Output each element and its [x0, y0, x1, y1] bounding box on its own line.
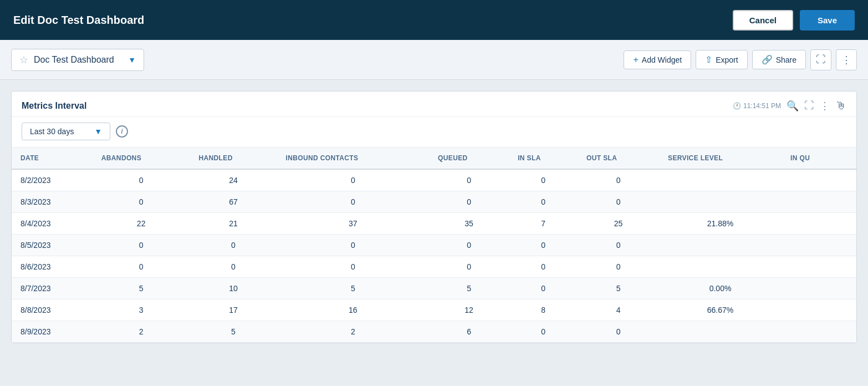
table-cell	[782, 213, 856, 235]
table-cell: 6	[429, 321, 509, 343]
widget-timestamp: 🕐 11:14:51 PM	[733, 102, 781, 110]
table-cell	[659, 256, 782, 278]
table-cell: 0	[429, 235, 509, 256]
col-header-inbound-contacts: INBOUND CONTACTS	[277, 148, 430, 169]
table-cell: 0	[277, 169, 430, 191]
save-button[interactable]: Save	[800, 10, 855, 31]
table-cell: 0	[509, 256, 578, 278]
export-button[interactable]: ⇧ Export	[696, 50, 747, 69]
expand-icon[interactable]: ⛶	[804, 100, 814, 111]
table-cell: 0	[93, 191, 190, 213]
interval-row: Last 30 days ▼ i	[12, 117, 856, 148]
table-cell: 5	[429, 278, 509, 299]
widget-header: Metrics Interval 🕐 11:14:51 PM 🔍 ⛶ ⋮ 🖰	[12, 92, 856, 117]
table-cell: 0	[578, 191, 659, 213]
table-row: 8/3/20230670000	[12, 191, 856, 213]
col-header-abandons: ABANDONS	[93, 148, 190, 169]
table-row: 8/5/2023000000	[12, 235, 856, 256]
top-header: Edit Doc Test Dashboard Cancel Save	[0, 0, 868, 40]
table-cell	[782, 256, 856, 278]
table-cell: 66.67%	[659, 299, 782, 321]
table-cell: 8	[509, 299, 578, 321]
table-cell: 0	[93, 256, 190, 278]
clock-icon: 🕐	[733, 102, 741, 110]
table-cell	[659, 191, 782, 213]
table-cell: 8/9/2023	[12, 321, 93, 343]
table-cell: 67	[190, 191, 277, 213]
page-title: Edit Doc Test Dashboard	[13, 14, 144, 27]
more-options-button[interactable]: ⋮	[836, 49, 857, 70]
table-cell: 0	[429, 256, 509, 278]
table-row: 8/4/20232221373572521.88%	[12, 213, 856, 235]
table-row: 8/8/202331716128466.67%	[12, 299, 856, 321]
table-cell	[782, 235, 856, 256]
widget-card: Metrics Interval 🕐 11:14:51 PM 🔍 ⛶ ⋮ 🖰 L…	[11, 91, 857, 343]
export-icon: ⇧	[705, 54, 712, 65]
dashboard-name-label: Doc Test Dashboard	[34, 55, 122, 65]
table-cell: 0	[578, 321, 659, 343]
table-cell	[782, 169, 856, 191]
table-cell: 5	[190, 321, 277, 343]
table-cell: 8/4/2023	[12, 213, 93, 235]
share-button[interactable]: 🔗 Share	[752, 50, 806, 69]
table-cell	[782, 299, 856, 321]
table-cell: 0	[578, 235, 659, 256]
header-actions: Cancel Save	[733, 10, 855, 31]
interval-dropdown[interactable]: Last 30 days ▼	[22, 123, 110, 140]
table-row: 8/9/2023252600	[12, 321, 856, 343]
table-cell	[782, 278, 856, 299]
table-cell: 5	[578, 278, 659, 299]
table-cell: 0	[93, 169, 190, 191]
table-header: DATE ABANDONS HANDLED INBOUND CONTACTS Q…	[12, 148, 856, 169]
col-header-queued: QUEUED	[429, 148, 509, 169]
col-header-out-sla: OUT SLA	[578, 148, 659, 169]
dashboard-selector[interactable]: ☆ Doc Test Dashboard ▼	[11, 49, 144, 71]
table-cell: 0	[277, 256, 430, 278]
table-cell: 37	[277, 213, 430, 235]
widget-more-options-icon[interactable]: ⋮	[820, 100, 830, 112]
table-row: 8/6/2023000000	[12, 256, 856, 278]
table-cell: 12	[429, 299, 509, 321]
table-row: 8/7/202351055050.00%	[12, 278, 856, 299]
star-icon: ☆	[19, 54, 28, 66]
table-cell: 8/2/2023	[12, 169, 93, 191]
search-icon[interactable]: 🔍	[787, 100, 799, 112]
info-icon[interactable]: i	[116, 125, 128, 138]
table-cell	[782, 321, 856, 343]
table-cell: 0	[190, 235, 277, 256]
table-cell: 0	[509, 191, 578, 213]
table-cell: 0	[509, 235, 578, 256]
fullscreen-button[interactable]: ⛶	[810, 49, 831, 70]
table-cell: 0	[509, 278, 578, 299]
table-cell: 0.00%	[659, 278, 782, 299]
table-cell: 3	[93, 299, 190, 321]
table-cell: 0	[93, 235, 190, 256]
table-cell: 0	[429, 169, 509, 191]
table-cell: 8/3/2023	[12, 191, 93, 213]
cancel-button[interactable]: Cancel	[733, 10, 793, 31]
table-cell	[659, 321, 782, 343]
table-cell: 8/6/2023	[12, 256, 93, 278]
table-cell: 0	[190, 256, 277, 278]
more-options-icon: ⋮	[841, 54, 851, 66]
col-header-in-qu: IN QU	[782, 148, 856, 169]
subheader-actions: + Add Widget ⇧ Export 🔗 Share ⛶ ⋮	[624, 49, 857, 70]
table-cell: 5	[277, 278, 430, 299]
table-row: 8/2/20230240000	[12, 169, 856, 191]
table-cell: 10	[190, 278, 277, 299]
table-cell: 0	[509, 321, 578, 343]
add-widget-button[interactable]: + Add Widget	[624, 50, 691, 69]
table-cell: 0	[578, 256, 659, 278]
table-cell: 0	[277, 191, 430, 213]
table-cell: 35	[429, 213, 509, 235]
table-cell	[659, 169, 782, 191]
interval-label: Last 30 days	[30, 127, 74, 136]
widget-title: Metrics Interval	[22, 101, 86, 111]
table-cell: 2	[93, 321, 190, 343]
main-content: Metrics Interval 🕐 11:14:51 PM 🔍 ⛶ ⋮ 🖰 L…	[0, 80, 868, 354]
sub-header: ☆ Doc Test Dashboard ▼ + Add Widget ⇧ Ex…	[0, 40, 868, 80]
share-icon: 🔗	[762, 54, 773, 65]
table-cell	[782, 191, 856, 213]
cursor-icon: 🖰	[835, 99, 846, 112]
table-cell: 16	[277, 299, 430, 321]
